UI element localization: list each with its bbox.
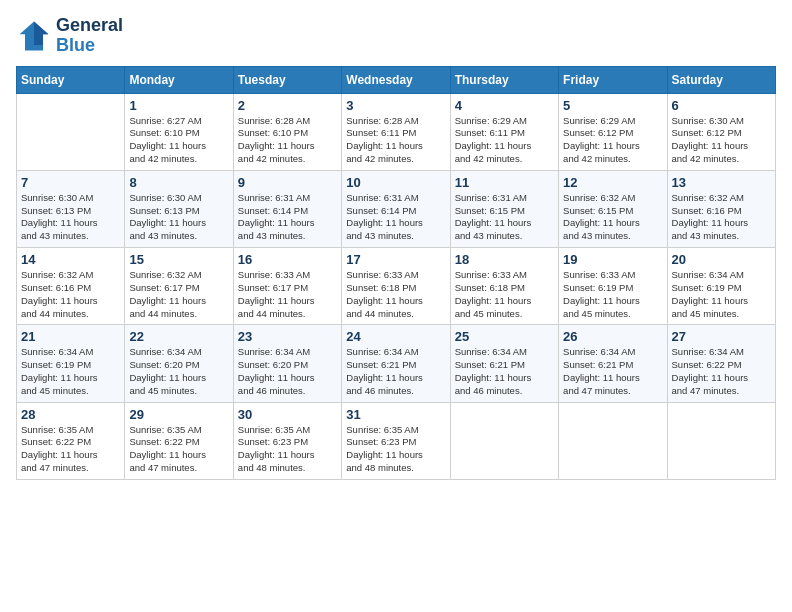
day-info: Sunrise: 6:35 AM Sunset: 6:22 PM Dayligh… [129,424,228,475]
day-info: Sunrise: 6:35 AM Sunset: 6:23 PM Dayligh… [346,424,445,475]
day-number: 27 [672,329,771,344]
calendar-cell: 1Sunrise: 6:27 AM Sunset: 6:10 PM Daylig… [125,93,233,170]
page-header: General Blue [16,16,776,56]
calendar-cell: 25Sunrise: 6:34 AM Sunset: 6:21 PM Dayli… [450,325,558,402]
day-number: 25 [455,329,554,344]
day-number: 17 [346,252,445,267]
day-number: 31 [346,407,445,422]
day-info: Sunrise: 6:29 AM Sunset: 6:12 PM Dayligh… [563,115,662,166]
day-info: Sunrise: 6:34 AM Sunset: 6:20 PM Dayligh… [238,346,337,397]
logo-icon [16,18,52,54]
calendar-week-row: 28Sunrise: 6:35 AM Sunset: 6:22 PM Dayli… [17,402,776,479]
day-number: 24 [346,329,445,344]
calendar-cell: 8Sunrise: 6:30 AM Sunset: 6:13 PM Daylig… [125,170,233,247]
day-info: Sunrise: 6:28 AM Sunset: 6:10 PM Dayligh… [238,115,337,166]
day-number: 9 [238,175,337,190]
calendar-cell: 10Sunrise: 6:31 AM Sunset: 6:14 PM Dayli… [342,170,450,247]
day-info: Sunrise: 6:32 AM Sunset: 6:16 PM Dayligh… [672,192,771,243]
day-number: 5 [563,98,662,113]
calendar-cell: 14Sunrise: 6:32 AM Sunset: 6:16 PM Dayli… [17,248,125,325]
calendar-cell: 16Sunrise: 6:33 AM Sunset: 6:17 PM Dayli… [233,248,341,325]
calendar-cell: 7Sunrise: 6:30 AM Sunset: 6:13 PM Daylig… [17,170,125,247]
day-number: 8 [129,175,228,190]
day-number: 18 [455,252,554,267]
column-header-thursday: Thursday [450,66,558,93]
day-number: 29 [129,407,228,422]
day-info: Sunrise: 6:32 AM Sunset: 6:16 PM Dayligh… [21,269,120,320]
day-info: Sunrise: 6:32 AM Sunset: 6:15 PM Dayligh… [563,192,662,243]
calendar-cell: 31Sunrise: 6:35 AM Sunset: 6:23 PM Dayli… [342,402,450,479]
day-number: 3 [346,98,445,113]
calendar-week-row: 1Sunrise: 6:27 AM Sunset: 6:10 PM Daylig… [17,93,776,170]
day-info: Sunrise: 6:35 AM Sunset: 6:22 PM Dayligh… [21,424,120,475]
day-number: 16 [238,252,337,267]
day-number: 28 [21,407,120,422]
day-info: Sunrise: 6:34 AM Sunset: 6:19 PM Dayligh… [21,346,120,397]
calendar-cell: 21Sunrise: 6:34 AM Sunset: 6:19 PM Dayli… [17,325,125,402]
calendar-cell: 28Sunrise: 6:35 AM Sunset: 6:22 PM Dayli… [17,402,125,479]
day-number: 2 [238,98,337,113]
calendar-cell: 12Sunrise: 6:32 AM Sunset: 6:15 PM Dayli… [559,170,667,247]
day-number: 12 [563,175,662,190]
day-number: 23 [238,329,337,344]
day-number: 21 [21,329,120,344]
calendar-cell: 23Sunrise: 6:34 AM Sunset: 6:20 PM Dayli… [233,325,341,402]
calendar-cell: 4Sunrise: 6:29 AM Sunset: 6:11 PM Daylig… [450,93,558,170]
day-info: Sunrise: 6:34 AM Sunset: 6:19 PM Dayligh… [672,269,771,320]
day-info: Sunrise: 6:27 AM Sunset: 6:10 PM Dayligh… [129,115,228,166]
day-info: Sunrise: 6:30 AM Sunset: 6:12 PM Dayligh… [672,115,771,166]
calendar-week-row: 21Sunrise: 6:34 AM Sunset: 6:19 PM Dayli… [17,325,776,402]
calendar-cell: 27Sunrise: 6:34 AM Sunset: 6:22 PM Dayli… [667,325,775,402]
calendar-header-row: SundayMondayTuesdayWednesdayThursdayFrid… [17,66,776,93]
calendar-cell [667,402,775,479]
day-info: Sunrise: 6:34 AM Sunset: 6:21 PM Dayligh… [455,346,554,397]
calendar-week-row: 7Sunrise: 6:30 AM Sunset: 6:13 PM Daylig… [17,170,776,247]
day-info: Sunrise: 6:29 AM Sunset: 6:11 PM Dayligh… [455,115,554,166]
day-info: Sunrise: 6:33 AM Sunset: 6:19 PM Dayligh… [563,269,662,320]
calendar-cell [559,402,667,479]
day-info: Sunrise: 6:31 AM Sunset: 6:15 PM Dayligh… [455,192,554,243]
day-info: Sunrise: 6:33 AM Sunset: 6:17 PM Dayligh… [238,269,337,320]
calendar-cell: 20Sunrise: 6:34 AM Sunset: 6:19 PM Dayli… [667,248,775,325]
day-number: 15 [129,252,228,267]
day-number: 22 [129,329,228,344]
calendar-cell: 15Sunrise: 6:32 AM Sunset: 6:17 PM Dayli… [125,248,233,325]
day-number: 4 [455,98,554,113]
day-info: Sunrise: 6:33 AM Sunset: 6:18 PM Dayligh… [346,269,445,320]
day-info: Sunrise: 6:30 AM Sunset: 6:13 PM Dayligh… [129,192,228,243]
calendar-cell: 18Sunrise: 6:33 AM Sunset: 6:18 PM Dayli… [450,248,558,325]
svg-marker-1 [34,21,48,44]
day-info: Sunrise: 6:30 AM Sunset: 6:13 PM Dayligh… [21,192,120,243]
day-number: 26 [563,329,662,344]
day-info: Sunrise: 6:33 AM Sunset: 6:18 PM Dayligh… [455,269,554,320]
calendar-cell: 29Sunrise: 6:35 AM Sunset: 6:22 PM Dayli… [125,402,233,479]
day-info: Sunrise: 6:31 AM Sunset: 6:14 PM Dayligh… [346,192,445,243]
day-number: 13 [672,175,771,190]
day-number: 6 [672,98,771,113]
calendar-cell: 6Sunrise: 6:30 AM Sunset: 6:12 PM Daylig… [667,93,775,170]
calendar-cell: 24Sunrise: 6:34 AM Sunset: 6:21 PM Dayli… [342,325,450,402]
day-info: Sunrise: 6:34 AM Sunset: 6:21 PM Dayligh… [346,346,445,397]
calendar-cell: 26Sunrise: 6:34 AM Sunset: 6:21 PM Dayli… [559,325,667,402]
day-number: 11 [455,175,554,190]
calendar-cell [17,93,125,170]
logo: General Blue [16,16,123,56]
calendar-cell: 3Sunrise: 6:28 AM Sunset: 6:11 PM Daylig… [342,93,450,170]
day-number: 20 [672,252,771,267]
calendar-week-row: 14Sunrise: 6:32 AM Sunset: 6:16 PM Dayli… [17,248,776,325]
column-header-saturday: Saturday [667,66,775,93]
calendar-cell: 9Sunrise: 6:31 AM Sunset: 6:14 PM Daylig… [233,170,341,247]
column-header-monday: Monday [125,66,233,93]
calendar-cell: 30Sunrise: 6:35 AM Sunset: 6:23 PM Dayli… [233,402,341,479]
day-number: 19 [563,252,662,267]
calendar-cell: 19Sunrise: 6:33 AM Sunset: 6:19 PM Dayli… [559,248,667,325]
column-header-tuesday: Tuesday [233,66,341,93]
day-number: 30 [238,407,337,422]
calendar-cell: 2Sunrise: 6:28 AM Sunset: 6:10 PM Daylig… [233,93,341,170]
day-number: 10 [346,175,445,190]
calendar-cell: 11Sunrise: 6:31 AM Sunset: 6:15 PM Dayli… [450,170,558,247]
day-info: Sunrise: 6:28 AM Sunset: 6:11 PM Dayligh… [346,115,445,166]
column-header-sunday: Sunday [17,66,125,93]
calendar-cell: 5Sunrise: 6:29 AM Sunset: 6:12 PM Daylig… [559,93,667,170]
calendar-table: SundayMondayTuesdayWednesdayThursdayFrid… [16,66,776,480]
